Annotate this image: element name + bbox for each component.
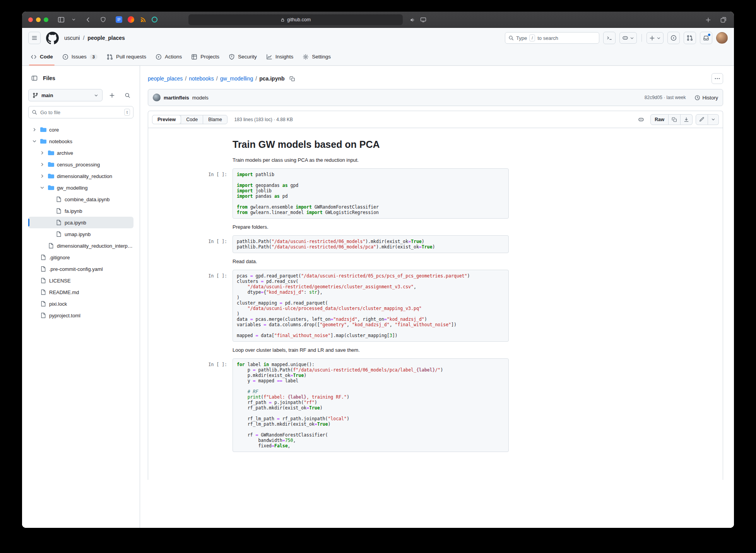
history-link[interactable]: History [694,95,718,101]
window-close-button[interactable] [28,17,33,22]
tab-projects[interactable]: Projects [187,48,223,65]
commit-message[interactable]: models [192,95,209,101]
edit-options-button[interactable] [708,114,719,125]
tree-item-readme.md[interactable]: README.md [28,286,133,298]
view-tab-blame[interactable]: Blame [203,115,227,124]
screen-mirroring-icon[interactable] [419,15,428,24]
copy-path-button[interactable] [289,76,295,82]
github-logo[interactable] [46,32,59,45]
chevron-right-icon [39,151,45,155]
notifications-button[interactable] [700,32,712,44]
file-icon [56,219,62,226]
github-page: uscuni / people_places Type / to search [22,28,734,528]
git-branch-icon [32,92,38,98]
back-icon[interactable] [84,15,92,24]
copilot-file-button[interactable] [635,113,647,126]
tree-item-label: pixi.lock [49,301,67,307]
tree-item-pca.ipynb[interactable]: pca.ipynb [28,217,133,228]
tab-code[interactable]: Code [27,48,57,65]
new-tab-icon[interactable] [704,15,712,24]
folder-icon [48,185,54,191]
url-text: github.com [287,17,311,22]
gear-tab-icon [303,54,309,60]
view-tab-code[interactable]: Code [181,115,203,124]
tree-item-fa.ipynb[interactable]: fa.ipynb [28,205,133,217]
extension-swirl-icon[interactable] [128,16,134,23]
cell-prompt: In [ ]: [148,358,233,452]
branch-selector[interactable]: main [28,89,103,101]
tab-security[interactable]: Security [225,48,261,65]
tree-item-archive[interactable]: archive [28,147,133,159]
raw-button[interactable]: Raw [650,114,669,125]
user-avatar[interactable] [716,32,728,44]
add-file-button[interactable] [106,89,118,101]
tab-settings[interactable]: Settings [299,48,335,65]
breadcrumb-link-people-places[interactable]: people_places [148,75,183,82]
chevron-down-icon [630,36,634,40]
audio-indicator-icon[interactable] [408,15,417,24]
folder-icon [48,150,54,156]
tree-item-umap.ipynb[interactable]: umap.ipynb [28,228,133,240]
notebook-paragraph: Read data. [233,259,509,264]
view-tab-preview[interactable]: Preview [152,115,181,124]
global-search-field[interactable]: Type / to search [505,32,599,44]
extension-grid-icon[interactable] [116,16,122,23]
tree-item-dimensionality-reduction[interactable]: dimensionality_reduction [28,170,133,182]
global-menu-button[interactable] [28,32,41,44]
tree-item-label: core [49,127,59,133]
commit-meta: 82c9d05 · last week [645,95,686,100]
breadcrumb-link-gw-modelling[interactable]: gw_modelling [220,75,253,82]
more-options-button[interactable] [712,73,723,84]
tab-pull-requests[interactable]: Pull requests [103,48,150,65]
search-placeholder-prefix: Type [516,35,527,41]
chevron-down-icon[interactable] [69,15,78,24]
tree-item-dimensionality-reduction-interpr[interactable]: dimensionality_reduction_interpr… [28,240,133,252]
tree-item-pixi.lock[interactable]: pixi.lock [28,298,133,310]
copy-raw-button[interactable] [669,114,681,125]
tree-item-census-processing[interactable]: census_processing [28,159,133,170]
extension-ring-icon[interactable] [152,17,157,22]
breadcrumb-link-notebooks[interactable]: notebooks [189,75,214,82]
window-zoom-button[interactable] [44,17,48,22]
go-to-file-field[interactable]: t [28,106,133,118]
play-tab-icon [156,54,162,60]
tree-item-.pre-commit-config.yaml[interactable]: .pre-commit-config.yaml [28,263,133,275]
commit-author-avatar[interactable] [153,94,161,101]
commit-author[interactable]: martinfleis [164,95,189,101]
copilot-menu-button[interactable] [619,32,637,44]
collapse-sidebar-button[interactable] [28,72,41,84]
issues-dashboard-button[interactable] [667,32,680,44]
privacy-shield-icon[interactable] [99,15,107,24]
tree-item-gw-modelling[interactable]: gw_modelling [28,182,133,193]
tree-item-.gitignore[interactable]: .gitignore [28,252,133,263]
breadcrumb: people_places/notebooks/gw_modelling/pca… [148,75,295,82]
window-minimize-button[interactable] [36,17,41,22]
command-palette-button[interactable] [603,32,616,44]
tree-item-combine-data.ipynb[interactable]: combine_data.ipynb [28,193,133,205]
tree-item-notebooks[interactable]: notebooks [28,135,133,147]
go-to-file-input[interactable] [40,110,121,115]
edit-file-button[interactable] [696,114,708,125]
search-files-button[interactable] [121,89,133,101]
extension-rss-icon[interactable] [140,16,146,23]
address-bar[interactable]: github.com [188,14,403,25]
tab-actions[interactable]: Actions [152,48,186,65]
tab-counter: 3 [90,54,97,60]
tree-item-pyproject.toml[interactable]: pyproject.toml [28,310,133,321]
download-raw-button[interactable] [681,114,693,125]
tab-issues[interactable]: Issues3 [58,48,101,65]
header-divider [641,34,642,42]
tree-item-label: archive [57,150,73,156]
tab-overview-icon[interactable] [719,15,728,24]
repo-link[interactable]: people_places [87,35,125,41]
notebook-paragraph: Loop over cluster labels, train RF and L… [233,347,509,353]
tab-insights[interactable]: Insights [262,48,298,65]
sidebar-toggle-icon[interactable] [57,15,65,24]
tree-item-label: README.md [49,289,79,295]
create-new-menu-button[interactable] [647,32,664,44]
pull-requests-dashboard-button[interactable] [684,32,696,44]
tree-item-license[interactable]: LICENSE [28,275,133,286]
file-content-area: people_places/notebooks/gw_modelling/pca… [140,66,734,528]
tree-item-core[interactable]: core [28,124,133,135]
owner-link[interactable]: uscuni [64,35,80,41]
